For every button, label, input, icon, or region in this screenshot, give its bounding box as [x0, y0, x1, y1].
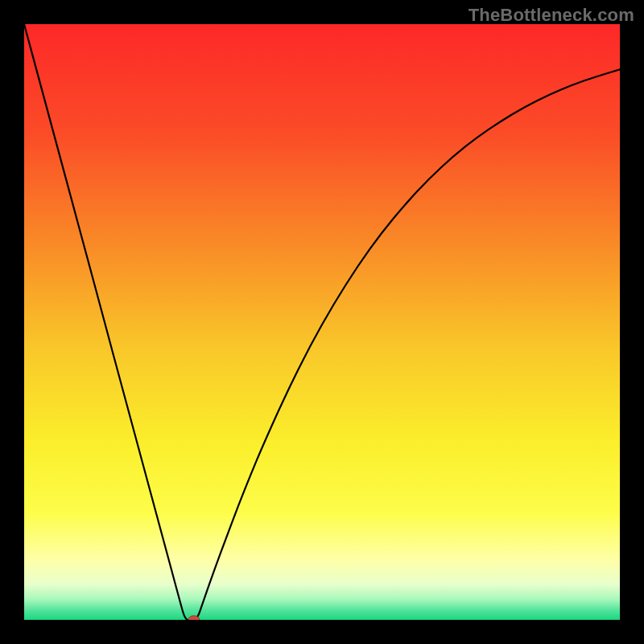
plot-area [24, 24, 620, 620]
gradient-background [24, 24, 620, 620]
chart-svg [24, 24, 620, 620]
chart-frame: TheBottleneck.com [0, 0, 644, 644]
watermark-text: TheBottleneck.com [469, 5, 634, 26]
